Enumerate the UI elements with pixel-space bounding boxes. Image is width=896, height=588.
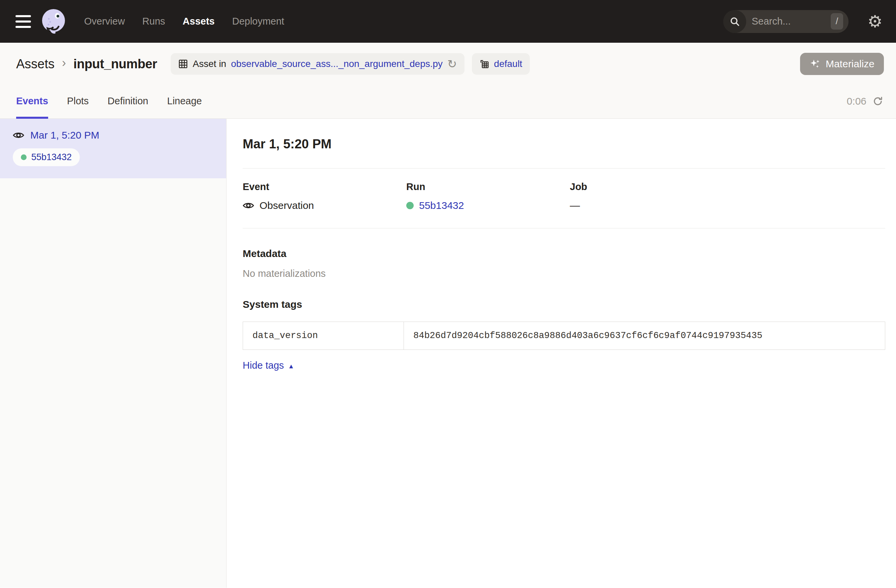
job-column-header: Job	[570, 181, 733, 192]
refresh-icon[interactable]	[872, 96, 883, 106]
event-column-header: Event	[243, 181, 406, 192]
table-row: data_version 84b26d7d9204cbf588026c8a988…	[243, 322, 885, 350]
event-summary-columns: Event Observation Run 55b13432 Job	[243, 181, 885, 211]
event-list-item[interactable]: Mar 1, 5:20 PM 55b13432	[0, 119, 226, 178]
settings-gear-icon[interactable]: ⚙	[867, 13, 882, 30]
run-column: Run 55b13432	[406, 181, 570, 211]
observation-eye-icon	[13, 131, 24, 139]
breadcrumb: Assets › input_number Asset in observabl…	[16, 53, 800, 75]
table-grid-icon	[178, 59, 188, 69]
event-detail-title: Mar 1, 5:20 PM	[243, 137, 885, 151]
system-tags-table: data_version 84b26d7d9204cbf588026c8a988…	[243, 322, 885, 350]
refresh-countdown: 0:06	[847, 96, 883, 107]
metadata-empty-state: No materializations	[243, 268, 885, 279]
nav-item-overview[interactable]: Overview	[84, 16, 125, 27]
run-status-dot-icon	[406, 202, 414, 209]
refresh-countdown-value: 0:06	[847, 96, 866, 107]
nav-item-deployment[interactable]: Deployment	[232, 16, 284, 27]
asset-title: input_number	[73, 57, 157, 71]
breadcrumb-assets-link[interactable]: Assets	[16, 57, 55, 71]
primary-nav: Overview Runs Assets Deployment	[84, 16, 284, 27]
job-value: —	[570, 200, 733, 211]
tab-plots[interactable]: Plots	[67, 84, 88, 119]
caret-up-icon: ▲	[288, 362, 294, 369]
run-column-header: Run	[406, 181, 570, 192]
metadata-heading: Metadata	[243, 248, 885, 259]
materialize-button[interactable]: Materialize	[800, 53, 884, 75]
tag-value-cell: 84b26d7d9204cbf588026c8a9886d403a6c9637c…	[404, 322, 885, 350]
event-timestamp-link[interactable]: Mar 1, 5:20 PM	[30, 129, 99, 141]
event-list-sidebar: Mar 1, 5:20 PM 55b13432	[0, 119, 227, 588]
asset-source-file-link[interactable]: observable_source_ass..._non_argument_de…	[231, 59, 443, 69]
nav-item-runs[interactable]: Runs	[142, 16, 165, 27]
tab-events[interactable]: Events	[16, 84, 48, 119]
asset-tabs-bar: Events Plots Definition Lineage 0:06	[0, 84, 896, 119]
content-area: Mar 1, 5:20 PM 55b13432 Mar 1, 5:20 PM E…	[0, 119, 896, 588]
run-value: 55b13432	[406, 200, 570, 211]
divider	[243, 228, 885, 228]
tab-lineage[interactable]: Lineage	[167, 84, 202, 119]
materialize-button-label: Materialize	[826, 58, 875, 70]
asset-tabs: Events Plots Definition Lineage	[16, 84, 202, 119]
event-item-header: Mar 1, 5:20 PM	[13, 129, 214, 141]
sparkle-icon	[809, 58, 821, 70]
event-column: Event Observation	[243, 181, 406, 211]
menu-icon[interactable]	[15, 15, 31, 28]
search-shortcut-key: /	[831, 13, 844, 30]
run-status-dot-icon	[21, 154, 27, 160]
job-column: Job —	[570, 181, 733, 211]
reload-definition-icon[interactable]: ↻	[447, 58, 457, 70]
page-header: Assets › input_number Asset in observabl…	[0, 43, 896, 84]
event-type-label: Observation	[259, 200, 314, 211]
system-tags-heading: System tags	[243, 299, 885, 310]
breadcrumb-chevron-icon: ›	[62, 57, 66, 71]
tab-definition[interactable]: Definition	[108, 84, 148, 119]
divider	[243, 168, 885, 169]
asset-pill-prefix: Asset in	[193, 59, 227, 69]
event-detail-panel: Mar 1, 5:20 PM Event Observation Run 55b…	[227, 119, 896, 588]
dagster-logo[interactable]	[40, 8, 67, 35]
job-empty-dash: —	[570, 200, 580, 211]
search-input[interactable]: Search... /	[723, 10, 849, 33]
tag-key-cell: data_version	[243, 322, 404, 350]
repo-grid-icon	[479, 59, 489, 69]
run-id-badge[interactable]: 55b13432	[13, 148, 80, 166]
event-type-value: Observation	[243, 200, 406, 211]
run-id-link[interactable]: 55b13432	[419, 200, 464, 211]
hide-tags-link[interactable]: Hide tags ▲	[243, 360, 294, 371]
run-id-badge-link[interactable]: 55b13432	[31, 152, 72, 163]
nav-item-assets[interactable]: Assets	[183, 16, 215, 27]
asset-definition-pill: Asset in observable_source_ass..._non_ar…	[171, 53, 465, 75]
hide-tags-label: Hide tags	[243, 360, 284, 371]
top-nav: Overview Runs Assets Deployment Search..…	[0, 0, 896, 43]
code-location-link[interactable]: default	[494, 59, 523, 69]
search-icon	[723, 10, 746, 33]
search-placeholder: Search...	[751, 16, 830, 27]
observation-eye-icon	[243, 202, 254, 210]
code-location-pill: default	[472, 53, 530, 75]
